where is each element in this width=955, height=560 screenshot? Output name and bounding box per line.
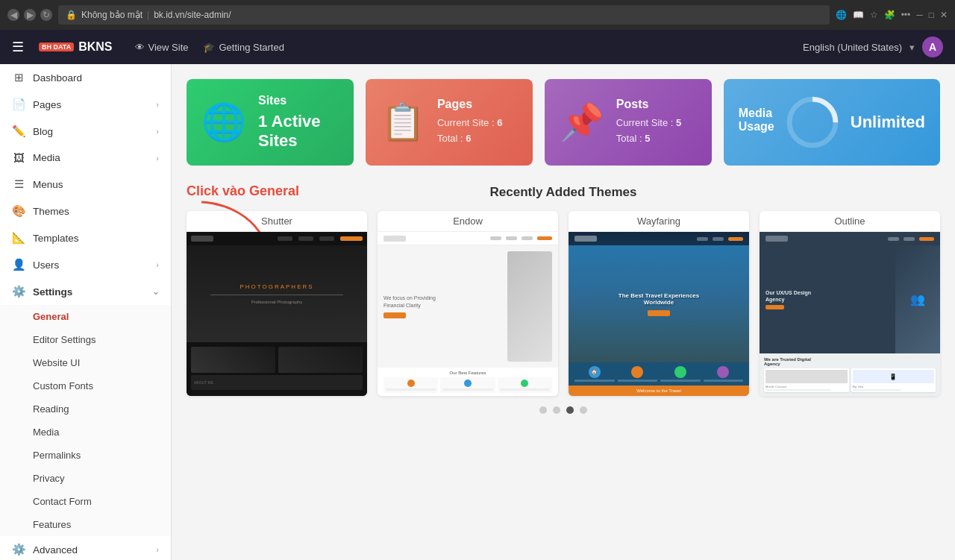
carousel-dot-3[interactable] [566, 406, 574, 414]
chevron-down-icon: ⌄ [152, 287, 159, 297]
chevron-right-icon: › [156, 100, 159, 109]
theme-preview-shutter: PHOTOGRAPHERS Professional Photography [187, 232, 367, 396]
logo: BH DATA BKNS [39, 40, 113, 54]
submenu-general[interactable]: General [0, 305, 171, 328]
theme-card-shutter[interactable]: Shutter [187, 211, 367, 396]
posts-info: Posts Current Site : 5 Total : 5 [616, 98, 681, 147]
sidebar-item-templates[interactable]: 📐 Templates [0, 224, 171, 251]
submenu-website-ui[interactable]: Website UI [0, 351, 171, 374]
browser-chrome: ◀ ▶ ↻ 🔒 Không bảo mật | bk.id.vn/site-ad… [0, 0, 955, 30]
reload-button[interactable]: ↻ [40, 9, 52, 21]
sites-title: Sites [258, 94, 339, 107]
submenu-privacy[interactable]: Privacy [0, 467, 171, 490]
theme-card-endow[interactable]: Endow [378, 211, 558, 396]
language-selector[interactable]: English (United States) [803, 42, 902, 53]
extensions-icon[interactable]: 🧩 [884, 10, 895, 20]
avatar[interactable]: A [922, 37, 943, 57]
donut-chart [786, 96, 839, 148]
settings-icon: ⚙️ [12, 285, 25, 298]
sidebar-item-advanced[interactable]: ⚙️ Advanced › [0, 536, 171, 560]
posts-current: Current Site : 5 [616, 116, 681, 131]
pages-title: Pages [437, 98, 502, 111]
forward-button[interactable]: ▶ [24, 9, 36, 21]
theme-name-endow: Endow [378, 211, 558, 232]
sites-card: 🌐 Sites 1 Active Sites [187, 79, 354, 166]
close-icon[interactable]: ✕ [940, 10, 948, 20]
theme-preview-endow: We focus on ProvidingFinancial Clarity O… [378, 232, 558, 396]
sidebar-label-dashboard: Dashboard [33, 72, 82, 84]
reader-icon[interactable]: 📖 [853, 10, 864, 20]
sidebar-item-users[interactable]: 👤 Users › [0, 251, 171, 278]
translate-icon[interactable]: 🌐 [836, 10, 847, 20]
dashboard-icon: ⊞ [12, 71, 25, 84]
pages-file-icon: 📋 [381, 101, 425, 143]
restore-icon[interactable]: □ [929, 10, 934, 20]
carousel-dot-1[interactable] [539, 406, 547, 414]
more-icon[interactable]: ••• [901, 10, 911, 20]
media-info: Media Usage [739, 107, 774, 138]
sites-info: Sites 1 Active Sites [258, 94, 339, 151]
posts-card: 📌 Posts Current Site : 5 Total : 5 [545, 79, 712, 166]
theme-name-outline: Outline [760, 211, 940, 232]
media-icon: 🖼 [12, 151, 25, 164]
posts-title: Posts [616, 98, 681, 111]
shutter-screenshot: PHOTOGRAPHERS Professional Photography [187, 232, 367, 396]
carousel-dot-4[interactable] [580, 406, 587, 414]
themes-section: Click vào General Recently Added Themes [187, 183, 940, 414]
hamburger-menu[interactable]: ☰ [12, 39, 24, 55]
address-bar[interactable]: 🔒 Không bảo mật | bk.id.vn/site-admin/ [58, 5, 830, 25]
chevron-right-icon: › [156, 545, 159, 554]
cap-icon: 🎓 [203, 42, 215, 53]
submenu-custom-fonts[interactable]: Custom Fonts [0, 374, 171, 397]
media-value: Unlimited [851, 113, 925, 132]
theme-card-wayfaring[interactable]: Wayfaring [569, 211, 749, 396]
sites-globe-icon: 🌐 [201, 101, 246, 143]
submenu-reading[interactable]: Reading [0, 397, 171, 421]
eye-icon: 👁 [135, 42, 145, 53]
sidebar-label-templates: Templates [33, 233, 79, 244]
sidebar-label-themes: Themes [33, 206, 69, 217]
wayfaring-screenshot: The Best Travel ExperiencesWorldwide 🏠 [569, 232, 749, 396]
media-title: Media Usage [739, 107, 774, 133]
theme-card-outline[interactable]: Outline [760, 211, 940, 396]
sidebar-item-media[interactable]: 🖼 Media › [0, 145, 171, 171]
submenu-contact-form[interactable]: Contact Form [0, 490, 171, 513]
header-nav: 👁 View Site 🎓 Getting Started [135, 42, 284, 53]
sidebar-item-dashboard[interactable]: ⊞ Dashboard [0, 64, 171, 91]
sidebar-item-settings[interactable]: ⚙️ Settings ⌄ [0, 278, 171, 305]
media-usage-card: Media Usage Unlimited [724, 79, 940, 166]
chevron-right-icon: › [156, 260, 159, 269]
star-icon[interactable]: ☆ [870, 10, 878, 20]
chevron-right-icon: › [156, 154, 159, 163]
header-right: English (United States) ▾ A [803, 37, 943, 57]
minimize-icon[interactable]: ─ [916, 10, 923, 20]
carousel-dot-2[interactable] [553, 406, 560, 414]
theme-preview-outline: Our UX/US DesignAgency 👥 [760, 232, 940, 396]
submenu-permalinks[interactable]: Permalinks [0, 444, 171, 467]
advanced-icon: ⚙️ [12, 543, 25, 556]
submenu-features[interactable]: Features [0, 513, 171, 536]
browser-controls: ◀ ▶ ↻ [7, 9, 52, 21]
users-icon: 👤 [12, 258, 25, 271]
chevron-right-icon: › [156, 127, 159, 136]
themes-icon: 🎨 [12, 204, 25, 218]
templates-icon: 📐 [12, 231, 25, 245]
view-site-link[interactable]: 👁 View Site [135, 42, 189, 53]
blog-icon: ✏️ [12, 125, 25, 138]
sidebar-label-users: Users [33, 259, 59, 271]
getting-started-link[interactable]: 🎓 Getting Started [203, 42, 284, 53]
sidebar-item-blog[interactable]: ✏️ Blog › [0, 118, 171, 145]
submenu-media[interactable]: Media [0, 421, 171, 444]
pages-total: Total : 6 [437, 131, 502, 147]
sidebar-item-menus[interactable]: ☰ Menus [0, 171, 171, 198]
app-body: ⊞ Dashboard 📄 Pages › ✏️ Blog › 🖼 Media … [0, 64, 955, 560]
menus-icon: ☰ [12, 177, 25, 191]
submenu-editor-settings[interactable]: Editor Settings [0, 328, 171, 351]
url-text: bk.id.vn/site-admin/ [154, 10, 231, 20]
theme-name-wayfaring: Wayfaring [569, 211, 749, 232]
sidebar-item-themes[interactable]: 🎨 Themes [0, 198, 171, 224]
logo-badge: BH DATA [39, 43, 74, 51]
sidebar-item-pages[interactable]: 📄 Pages › [0, 91, 171, 118]
carousel-dots [187, 406, 940, 414]
back-button[interactable]: ◀ [7, 9, 19, 21]
